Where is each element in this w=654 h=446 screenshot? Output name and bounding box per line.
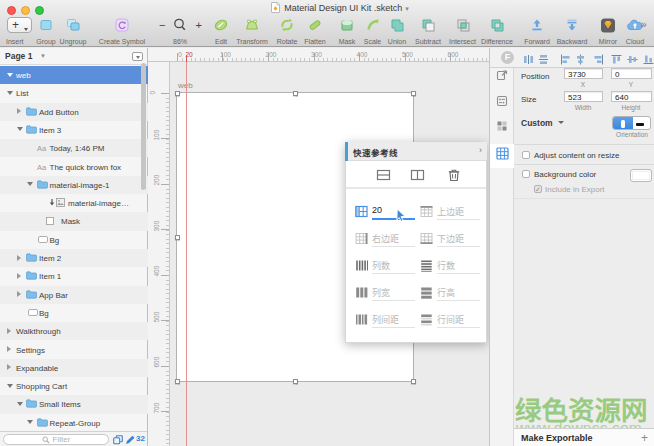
layer-row[interactable]: Mask: [0, 212, 148, 230]
pages-toggle-button[interactable]: [132, 52, 143, 61]
chevron-down-icon[interactable]: [17, 402, 23, 406]
layer-row[interactable]: Expandable: [0, 359, 148, 377]
height-field[interactable]: 640: [611, 91, 652, 102]
column-width-field[interactable]: 列宽: [355, 285, 417, 304]
export-panel-button[interactable]: [490, 66, 514, 90]
selection-handle[interactable]: [411, 379, 416, 384]
chevron-right-icon[interactable]: [17, 255, 21, 261]
align-top-icon[interactable]: [611, 51, 622, 69]
components-panel-button[interactable]: [490, 117, 514, 141]
filter-input[interactable]: Filter: [3, 434, 109, 445]
vertical-ruler[interactable]: 0 100 200 300 400 500 600 700: [148, 62, 170, 446]
layer-row[interactable]: Small Items: [0, 395, 148, 413]
flatten-button[interactable]: Flatten: [300, 17, 330, 46]
ungroup-button[interactable]: Ungroup: [57, 17, 89, 46]
chevron-right-icon[interactable]: [17, 108, 21, 114]
panel-header[interactable]: 快速参考线 ›: [345, 142, 487, 161]
horizontal-ruler[interactable]: 0 20 100 200 300 400 500 600: [148, 48, 489, 62]
vertical-guide[interactable]: [186, 62, 187, 446]
transform-button[interactable]: Transform: [233, 17, 271, 46]
add-row-guides-button[interactable]: [376, 168, 391, 186]
selection-handle[interactable]: [293, 379, 298, 384]
distribute-horizontally-icon[interactable]: [523, 51, 534, 69]
backward-button[interactable]: Backward: [554, 17, 590, 46]
plugin-f-button[interactable]: F: [501, 51, 514, 64]
layer-row[interactable]: App Bar: [0, 286, 148, 304]
mask-button[interactable]: Mask: [335, 17, 359, 46]
add-column-guides-button[interactable]: [410, 168, 425, 186]
guides-panel-button[interactable]: [490, 144, 514, 168]
make-exportable-row[interactable]: Make Exportable +: [514, 428, 654, 446]
edit-button[interactable]: Edit: [208, 17, 234, 46]
column-gap-field[interactable]: 列间距: [355, 312, 417, 331]
layers-scrollbar[interactable]: [141, 63, 146, 190]
layer-row[interactable]: Item 3: [0, 121, 148, 139]
layer-row[interactable]: Shopping Cart: [0, 377, 148, 395]
chevron-down-icon[interactable]: [7, 73, 13, 77]
top-margin-field[interactable]: 上边距: [420, 204, 482, 223]
settings-panel-button[interactable]: [490, 92, 514, 116]
chevron-right-icon[interactable]: [7, 328, 11, 334]
layer-row[interactable]: Settings: [0, 341, 148, 359]
column-count-field[interactable]: 列数: [355, 258, 417, 277]
chevron-right-icon[interactable]: [17, 291, 21, 297]
difference-button[interactable]: Difference: [478, 17, 516, 46]
toolbar-overflow-icon[interactable]: »: [641, 19, 646, 30]
selection-handle[interactable]: [175, 91, 180, 96]
mirror-button[interactable]: Mirror: [595, 17, 621, 46]
layer-row[interactable]: AaToday, 1:46 PM: [0, 139, 148, 157]
chevron-down-icon[interactable]: [27, 182, 33, 186]
layer-row[interactable]: material-image-1: [0, 176, 148, 194]
rotate-button[interactable]: Rotate: [273, 17, 301, 46]
align-right-icon[interactable]: [593, 51, 604, 69]
chevron-down-icon[interactable]: [27, 420, 33, 424]
chevron-down-icon[interactable]: [17, 127, 23, 131]
orientation-portrait-segment[interactable]: [613, 117, 633, 129]
selection-handle[interactable]: [175, 235, 180, 240]
layer-row[interactable]: Add Button: [0, 103, 148, 121]
forward-button[interactable]: Forward: [521, 17, 553, 46]
chevron-down-icon[interactable]: [7, 384, 13, 388]
create-symbol-button[interactable]: Create Symbol: [95, 17, 149, 46]
bottom-margin-field[interactable]: 下边距: [420, 231, 482, 250]
zoom-in-icon[interactable]: +: [196, 19, 202, 31]
layer-row[interactable]: Bg: [0, 231, 148, 249]
intersect-button[interactable]: Intersect: [446, 17, 479, 46]
position-x-field[interactable]: 3730: [564, 68, 603, 79]
row-count-field[interactable]: 行数: [420, 258, 482, 277]
pages-grid-icon[interactable]: [113, 435, 123, 445]
layer-row[interactable]: Item 2: [0, 249, 148, 267]
layer-row[interactable]: material-image…: [0, 194, 148, 212]
chevron-right-icon[interactable]: [17, 273, 21, 279]
insert-button[interactable]: +: [7, 17, 32, 33]
layer-row[interactable]: web: [0, 66, 148, 84]
orientation-toggle[interactable]: [612, 116, 651, 130]
zoom-out-icon[interactable]: −: [159, 19, 165, 31]
include-export-checkbox[interactable]: ✓: [534, 185, 542, 193]
align-left-icon[interactable]: [560, 51, 571, 69]
clear-guides-button[interactable]: [447, 168, 461, 186]
title-chevron-icon[interactable]: ▾: [405, 5, 409, 12]
scale-button[interactable]: Scale: [360, 17, 385, 46]
adjust-content-checkbox[interactable]: [522, 151, 530, 159]
layer-row[interactable]: Repeat-Group: [0, 414, 148, 432]
align-center-horizontal-icon[interactable]: [575, 51, 586, 69]
left-margin-field[interactable]: 20: [355, 204, 417, 223]
align-bottom-icon[interactable]: [643, 51, 654, 69]
layer-row[interactable]: Walkthrough: [0, 322, 148, 340]
pencil-icon[interactable]: [125, 435, 135, 445]
close-button[interactable]: [7, 6, 16, 15]
selection-handle[interactable]: [175, 379, 180, 384]
zoom-cluster[interactable]: − + 86%: [158, 17, 202, 46]
row-height-field[interactable]: 行高: [420, 285, 482, 304]
align-middle-vertical-icon[interactable]: [627, 51, 638, 69]
panel-collapse-icon[interactable]: ›: [479, 145, 482, 155]
pages-bar[interactable]: Page 1 ▼: [0, 48, 147, 65]
size-preset-dropdown[interactable]: Custom: [521, 118, 553, 128]
right-margin-field[interactable]: 右边距: [355, 231, 417, 250]
selection-handle[interactable]: [411, 91, 416, 96]
background-color-checkbox[interactable]: [522, 170, 530, 178]
background-color-well[interactable]: [630, 169, 652, 182]
chevron-right-icon[interactable]: [7, 364, 11, 370]
union-button[interactable]: Union: [384, 17, 410, 46]
